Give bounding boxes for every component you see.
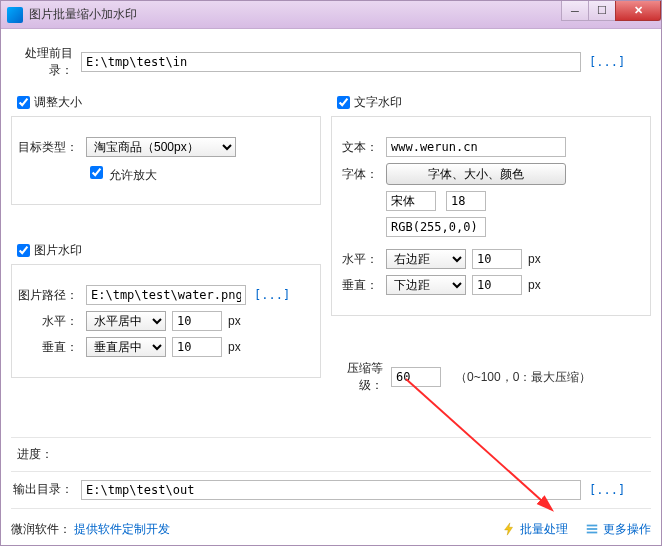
- image-wm-v-select[interactable]: 垂直居中: [86, 337, 166, 357]
- text-wm-group: 文本： 字体： 字体、大小、颜色: [331, 116, 651, 316]
- separator-1: [11, 437, 651, 438]
- allow-enlarge-input[interactable]: [90, 166, 103, 179]
- input-dir-label: 处理前目录：: [11, 45, 81, 79]
- resize-group: 目标类型： 淘宝商品（500px） 允许放大: [11, 116, 321, 205]
- output-dir-browse[interactable]: [...]: [589, 483, 625, 497]
- font-settings-button[interactable]: 字体、大小、颜色: [386, 163, 566, 185]
- font-name-display: [386, 191, 436, 211]
- text-wm-v-label: 垂直：: [336, 277, 386, 294]
- window-buttons: ─ ☐ ✕: [562, 1, 661, 21]
- batch-process-label: 批量处理: [520, 521, 568, 538]
- text-wm-v-select[interactable]: 下边距: [386, 275, 466, 295]
- image-wm-v-label: 垂直：: [16, 339, 86, 356]
- lightning-icon: [502, 522, 516, 536]
- resize-check-label: 调整大小: [34, 94, 82, 111]
- text-wm-checkbox[interactable]: 文字水印: [333, 93, 651, 112]
- input-dir-browse[interactable]: [...]: [589, 55, 625, 69]
- allow-enlarge-label: 允许放大: [109, 168, 157, 182]
- svg-rect-2: [587, 532, 598, 534]
- text-wm-h-unit: px: [528, 252, 541, 266]
- maximize-button[interactable]: ☐: [588, 1, 616, 21]
- compress-hint: （0~100，0：最大压缩）: [455, 369, 591, 386]
- window-title: 图片批量缩小加水印: [29, 6, 562, 23]
- text-wm-h-label: 水平：: [336, 251, 386, 268]
- image-wm-path-label: 图片路径：: [16, 287, 86, 304]
- image-wm-group: 图片路径： [...] 水平： 水平居中 px 垂直： 垂直居中: [11, 264, 321, 378]
- close-button[interactable]: ✕: [615, 1, 661, 21]
- more-actions-button[interactable]: 更多操作: [585, 521, 651, 538]
- app-icon: [7, 7, 23, 23]
- image-wm-h-select[interactable]: 水平居中: [86, 311, 166, 331]
- allow-enlarge-checkbox[interactable]: 允许放大: [86, 163, 157, 184]
- separator-2: [11, 471, 651, 472]
- image-wm-checkbox[interactable]: 图片水印: [13, 241, 321, 260]
- footer-company: 微润软件：: [11, 522, 71, 536]
- text-wm-check-label: 文字水印: [354, 94, 402, 111]
- text-wm-h-select[interactable]: 右边距: [386, 249, 466, 269]
- window: 图片批量缩小加水印 ─ ☐ ✕ 处理前目录： [...] 调整大小 目标类型：: [0, 0, 662, 546]
- image-wm-v-num[interactable]: [172, 337, 222, 357]
- text-wm-font-label: 字体：: [336, 166, 386, 183]
- text-wm-v-num[interactable]: [472, 275, 522, 295]
- svg-rect-0: [587, 525, 598, 527]
- text-wm-v-unit: px: [528, 278, 541, 292]
- image-wm-path-field[interactable]: [86, 285, 246, 305]
- footer-left: 微润软件： 提供软件定制开发: [11, 521, 170, 538]
- text-wm-text-label: 文本：: [336, 139, 386, 156]
- resize-checkbox[interactable]: 调整大小: [13, 93, 321, 112]
- font-size-display: [446, 191, 486, 211]
- list-icon: [585, 522, 599, 536]
- batch-process-button[interactable]: 批量处理: [502, 521, 568, 538]
- image-wm-v-unit: px: [228, 340, 241, 354]
- minimize-button[interactable]: ─: [561, 1, 589, 21]
- text-wm-check-input[interactable]: [337, 96, 350, 109]
- content: 处理前目录： [...] 调整大小 目标类型： 淘宝商品（500px）: [1, 29, 661, 545]
- more-actions-label: 更多操作: [603, 521, 651, 538]
- output-dir-label: 输出目录：: [11, 481, 81, 498]
- image-wm-h-unit: px: [228, 314, 241, 328]
- svg-rect-1: [587, 528, 598, 530]
- bottom-area: 进度： 输出目录： [...] 微润软件： 提供软件定制开发 批量处理: [11, 429, 651, 540]
- titlebar[interactable]: 图片批量缩小加水印 ─ ☐ ✕: [1, 1, 661, 29]
- progress-label: 进度：: [11, 446, 61, 463]
- image-wm-check-label: 图片水印: [34, 242, 82, 259]
- footer-right: 批量处理 更多操作: [488, 521, 651, 540]
- image-wm-h-label: 水平：: [16, 313, 86, 330]
- footer-slogan-link[interactable]: 提供软件定制开发: [74, 522, 170, 536]
- output-dir-field[interactable]: [81, 480, 581, 500]
- font-color-display: [386, 217, 486, 237]
- resize-type-select[interactable]: 淘宝商品（500px）: [86, 137, 236, 157]
- image-wm-check-input[interactable]: [17, 244, 30, 257]
- text-wm-h-num[interactable]: [472, 249, 522, 269]
- image-wm-h-num[interactable]: [172, 311, 222, 331]
- compress-field[interactable]: [391, 367, 441, 387]
- resize-type-label: 目标类型：: [16, 139, 86, 156]
- resize-check-input[interactable]: [17, 96, 30, 109]
- separator-3: [11, 508, 651, 509]
- compress-label: 压缩等级：: [331, 360, 391, 394]
- image-wm-browse[interactable]: [...]: [254, 288, 290, 302]
- text-wm-text-field[interactable]: [386, 137, 566, 157]
- input-dir-field[interactable]: [81, 52, 581, 72]
